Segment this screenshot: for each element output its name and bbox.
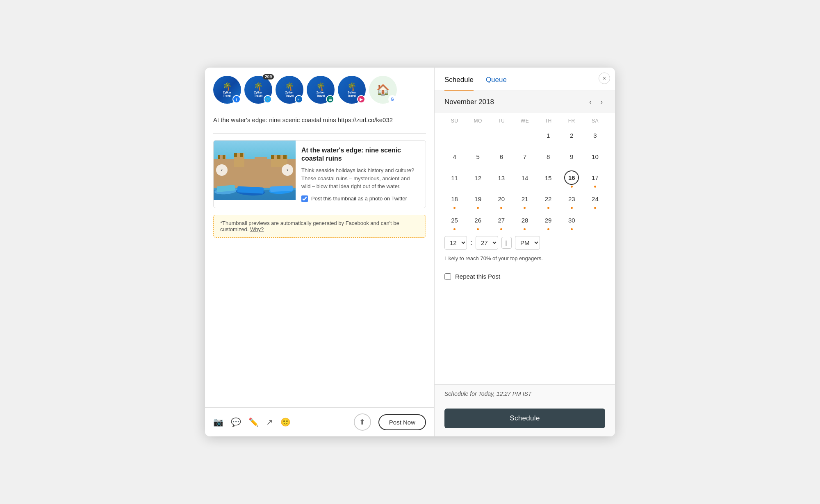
svg-rect-6: [240, 153, 243, 157]
prev-month-button[interactable]: ‹: [587, 98, 594, 107]
calendar-month: November 2018: [444, 98, 494, 106]
calendar-day-18[interactable]: 18: [443, 190, 466, 209]
calendar-day-15[interactable]: 15: [537, 169, 560, 188]
twitter-count-badge: 209: [263, 74, 274, 79]
svg-rect-11: [283, 155, 287, 159]
next-month-button[interactable]: ›: [598, 98, 605, 107]
schedule-info: Schedule for Today, 12:27 PM IST: [435, 384, 615, 403]
thumbnail-note: *Thumbnail previews are automatically ge…: [213, 215, 426, 238]
thumbnail-checkbox-text: Post this thumbnail as a photo on Twitte…: [311, 195, 407, 202]
calendar-day-23[interactable]: 23: [560, 190, 583, 209]
next-image-button[interactable]: ›: [282, 164, 293, 176]
calendar-day-11[interactable]: 11: [443, 169, 466, 188]
calendar-nav: ‹ ›: [587, 98, 605, 107]
weekday-mo: MO: [466, 118, 490, 124]
calendar-day-26[interactable]: 26: [466, 211, 490, 230]
calendar-day-17[interactable]: 17: [583, 169, 607, 188]
calendar-day-24[interactable]: 24: [583, 190, 607, 209]
divider: [213, 133, 426, 134]
svg-rect-10: [277, 155, 280, 159]
close-button[interactable]: ×: [599, 73, 610, 84]
calendar-day-22[interactable]: 22: [537, 190, 560, 209]
calendar-day-2[interactable]: 2: [560, 126, 583, 145]
thumbnail-checkbox-input[interactable]: [301, 195, 308, 202]
calendar-day-10[interactable]: 10: [583, 148, 607, 166]
facebook-badge: f: [232, 95, 241, 103]
emoji-icon[interactable]: 🙂: [280, 417, 291, 427]
comment-icon[interactable]: 💬: [231, 417, 241, 427]
svg-rect-3: [223, 155, 225, 159]
weekday-th: TH: [537, 118, 560, 124]
calendar-header: November 2018 ‹ ›: [435, 91, 615, 113]
calendar-day-empty: [513, 126, 536, 145]
calendar-days: 1234567891011121314151617181920212223242…: [443, 126, 607, 230]
schedule-button[interactable]: Schedule: [444, 409, 605, 428]
home-icon: 🏠: [376, 84, 390, 96]
calendar-day-1[interactable]: 1: [537, 126, 560, 145]
repeat-label: Repeat this Post: [455, 273, 500, 280]
calendar-day-7[interactable]: 7: [513, 148, 536, 166]
avatar-instagram[interactable]: 🌴 ZylkerTravel ▶: [338, 76, 366, 104]
engagement-text: Likely to reach 70% of your top engagers…: [435, 255, 615, 267]
share-icon[interactable]: ↗: [266, 417, 273, 427]
instagram-badge: ▶: [357, 95, 365, 103]
minute-select[interactable]: 00051015202527303540455055: [476, 236, 498, 250]
calendar-day-25[interactable]: 25: [443, 211, 466, 230]
tabs: Schedule Queue: [435, 68, 615, 91]
tab-queue[interactable]: Queue: [486, 76, 507, 91]
calendar-day-9[interactable]: 9: [560, 148, 583, 166]
calendar-day-3[interactable]: 3: [583, 126, 607, 145]
thumbnail-note-text: *Thumbnail previews are automatically ge…: [220, 220, 399, 232]
calendar-day-16[interactable]: 16: [560, 169, 583, 188]
calendar-section: November 2018 ‹ › SU MO TU WE TH FR SA: [435, 91, 615, 384]
calendar-day-27[interactable]: 27: [490, 211, 513, 230]
thumbnail-why-link[interactable]: Why?: [250, 226, 264, 232]
prev-image-button[interactable]: ‹: [216, 164, 228, 176]
preview-description: Think seaside holidays lack history and …: [301, 166, 420, 191]
calendar-day-29[interactable]: 29: [537, 211, 560, 230]
toolbar: 📷 💬 ✏️ ↗ 🙂 ⬆ Post Now: [205, 407, 434, 436]
calendar-day-28[interactable]: 28: [513, 211, 536, 230]
repeat-checkbox[interactable]: [444, 273, 451, 280]
calendar-day-20[interactable]: 20: [490, 190, 513, 209]
calendar-day-12[interactable]: 12: [466, 169, 490, 188]
magic-icon[interactable]: ✏️: [248, 417, 259, 427]
left-panel: 🌴 ZylkerTravel f 🌴 ZylkerTravel 209 🐦: [205, 68, 435, 436]
google-badge: G: [388, 95, 396, 103]
calendar-day-21[interactable]: 21: [513, 190, 536, 209]
avatar-twitter[interactable]: 🌴 ZylkerTravel 209 🐦: [244, 76, 272, 104]
calendar-grid: SU MO TU WE TH FR SA 1234567891011121314…: [435, 113, 615, 230]
schedule-info-text: Schedule for Today, 12:27 PM IST: [444, 390, 605, 397]
ampm-select[interactable]: AM PM: [515, 236, 540, 250]
weekday-tu: TU: [490, 118, 513, 124]
preview-text: At the water's edge: nine scenic coastal…: [296, 141, 426, 208]
calendar-day-empty: [443, 126, 466, 145]
time-picker: 123456789101112 : 0005101520252730354045…: [435, 230, 615, 255]
upload-button[interactable]: ⬆: [354, 413, 371, 431]
calendar-day-4[interactable]: 4: [443, 148, 466, 166]
repeat-row: Repeat this Post: [435, 267, 615, 288]
svg-rect-7: [255, 157, 267, 167]
calendar-day-14[interactable]: 14: [513, 169, 536, 188]
calendar-day-19[interactable]: 19: [466, 190, 490, 209]
clipboard-badge: ☰: [326, 95, 334, 103]
hour-select[interactable]: 123456789101112: [444, 236, 467, 250]
weekday-sa: SA: [583, 118, 607, 124]
tab-schedule[interactable]: Schedule: [444, 76, 474, 91]
schedule-button-row: Schedule: [435, 403, 615, 436]
avatar-clipboard[interactable]: 🌴 ZylkerTravel ☰: [307, 76, 335, 104]
avatar-linkedin[interactable]: 🌴 ZylkerTravel in: [276, 76, 303, 104]
calendar-day-5[interactable]: 5: [466, 148, 490, 166]
calendar-day-6[interactable]: 6: [490, 148, 513, 166]
camera-icon[interactable]: 📷: [213, 417, 223, 427]
link-preview-card: ‹ › At the water's edge: nine scenic coa…: [213, 140, 426, 208]
calendar-day-8[interactable]: 8: [537, 148, 560, 166]
thumbnail-checkbox-label[interactable]: Post this thumbnail as a photo on Twitte…: [301, 195, 420, 202]
weekday-we: WE: [513, 118, 536, 124]
avatar-facebook[interactable]: 🌴 ZylkerTravel f: [213, 76, 241, 104]
calendar-day-30[interactable]: 30: [560, 211, 583, 230]
post-now-button[interactable]: Post Now: [378, 414, 426, 430]
svg-rect-9: [271, 155, 274, 159]
avatar-google[interactable]: 🏠 G: [369, 76, 397, 104]
calendar-day-13[interactable]: 13: [490, 169, 513, 188]
